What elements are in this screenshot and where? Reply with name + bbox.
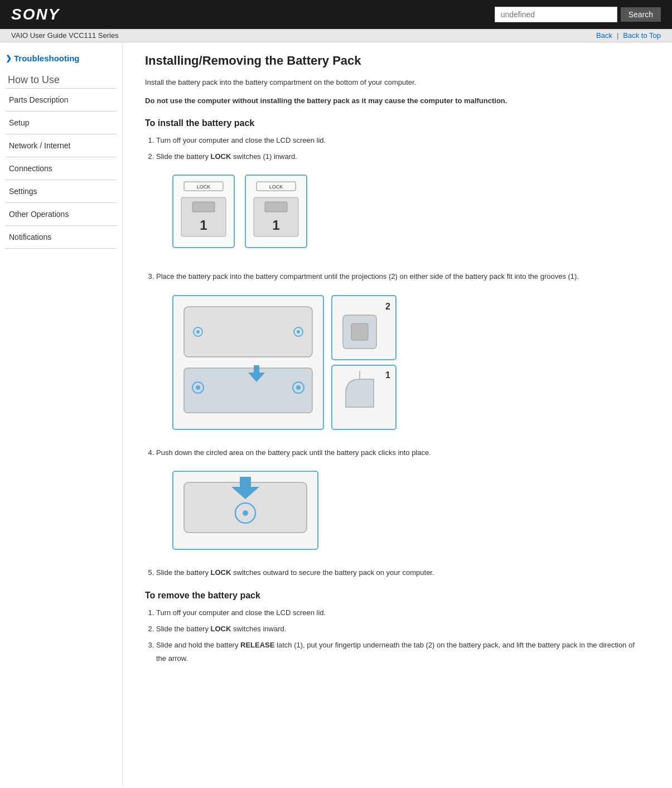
sidebar-item-notifications[interactable]: Notifications: [6, 226, 117, 248]
list-item: Network / Internet: [6, 134, 117, 157]
list-item: Setup: [6, 112, 117, 134]
press-diagram: [167, 466, 323, 555]
back-link[interactable]: Back: [596, 31, 612, 40]
breadcrumb: VAIO User Guide VCC111 Series: [11, 31, 119, 40]
svg-point-21: [196, 330, 200, 333]
search-button[interactable]: Search: [621, 7, 661, 22]
svg-text:1: 1: [385, 370, 390, 380]
page-title: Installing/Removing the Battery Pack: [145, 54, 636, 68]
lock-switches-diagram: LOCK 1 LOCK 1: [167, 170, 323, 259]
svg-rect-10: [265, 202, 287, 212]
list-item: Slide the battery LOCK switches outward …: [156, 566, 636, 579]
install-steps-list-continued: Place the battery pack into the battery …: [156, 270, 636, 283]
warning-text: Do not use the computer without installi…: [145, 95, 636, 107]
sidebar-section-title: How to Use: [6, 74, 117, 86]
svg-text:2: 2: [385, 302, 390, 311]
sidebar-item-connections[interactable]: Connections: [6, 157, 117, 180]
svg-text:LOCK: LOCK: [269, 184, 283, 190]
install-heading: To install the battery pack: [145, 118, 636, 128]
battery-insertion-diagram: 2 1: [167, 290, 402, 435]
list-item: Push down the circled area on the batter…: [156, 446, 636, 459]
svg-point-23: [297, 330, 300, 333]
back-to-top-link[interactable]: Back to Top: [623, 31, 661, 40]
nav-separator: |: [617, 31, 618, 40]
sidebar: Troubleshooting How to Use Parts Descrip…: [0, 42, 123, 786]
sidebar-nav: Parts Description Setup Network / Intern…: [6, 88, 117, 249]
list-item: Notifications: [6, 226, 117, 249]
svg-rect-4: [192, 202, 215, 212]
sidebar-item-other-operations[interactable]: Other Operations: [6, 203, 117, 225]
remove-steps-list: Turn off your computer and close the LCD…: [156, 606, 636, 665]
sidebar-troubleshooting[interactable]: Troubleshooting: [6, 54, 117, 63]
content-area: Installing/Removing the Battery Pack Ins…: [123, 42, 658, 786]
header: SONY Search: [0, 0, 672, 29]
list-item: Parts Description: [6, 89, 117, 112]
sidebar-item-network-internet[interactable]: Network / Internet: [6, 134, 117, 157]
svg-point-34: [243, 510, 248, 516]
search-input[interactable]: [495, 7, 617, 22]
list-item: Settings: [6, 180, 117, 203]
list-item: Slide the battery LOCK switches inward.: [156, 622, 636, 635]
svg-rect-27: [351, 323, 368, 340]
svg-text:LOCK: LOCK: [197, 184, 211, 190]
intro-text: Install the battery pack into the batter…: [145, 77, 636, 89]
search-area: Search: [495, 7, 661, 22]
sidebar-item-setup[interactable]: Setup: [6, 112, 117, 134]
nav-links: Back | Back to Top: [596, 31, 661, 40]
install-steps-list: Turn off your computer and close the LCD…: [156, 134, 636, 163]
install-steps-list-5: Slide the battery LOCK switches outward …: [156, 566, 636, 579]
sidebar-item-parts-description[interactable]: Parts Description: [6, 89, 117, 111]
sidebar-item-settings[interactable]: Settings: [6, 180, 117, 202]
main-layout: Troubleshooting How to Use Parts Descrip…: [0, 42, 672, 786]
list-item: Slide the battery LOCK switches (1) inwa…: [156, 150, 636, 163]
svg-point-19: [296, 385, 301, 390]
sony-logo: SONY: [11, 6, 60, 23]
svg-text:1: 1: [272, 217, 279, 233]
svg-rect-13: [184, 307, 312, 357]
install-steps-list-4: Push down the circled area on the batter…: [156, 446, 636, 459]
list-item: Other Operations: [6, 203, 117, 226]
svg-point-17: [196, 385, 200, 390]
list-item: Place the battery pack into the battery …: [156, 270, 636, 283]
list-item: Turn off your computer and close the LCD…: [156, 606, 636, 619]
svg-text:1: 1: [200, 217, 207, 233]
list-item: Slide and hold the battery RELEASE latch…: [156, 639, 636, 665]
nav-bar: VAIO User Guide VCC111 Series Back | Bac…: [0, 29, 672, 42]
list-item: Turn off your computer and close the LCD…: [156, 134, 636, 147]
list-item: Connections: [6, 157, 117, 180]
remove-heading: To remove the battery pack: [145, 591, 636, 601]
